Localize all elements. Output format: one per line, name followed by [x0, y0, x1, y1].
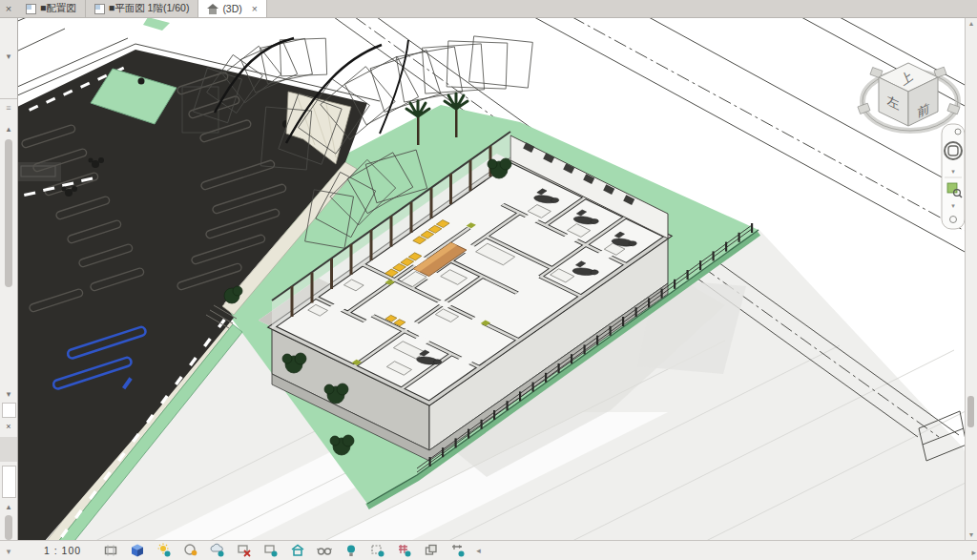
navigation-bar[interactable]: ▾ ▾ [942, 124, 965, 229]
displacement-sets-icon[interactable] [396, 543, 412, 559]
scroll-right-arrow[interactable]: ▸ [971, 548, 976, 557]
panel-grid-icon: ≡ [0, 103, 17, 113]
crop-region-icon[interactable] [102, 543, 118, 559]
crop-region-visible-icon[interactable] [262, 543, 279, 559]
scroll-down-arrow[interactable]: ▾ [0, 389, 17, 399]
visual-style-icon[interactable] [129, 543, 145, 559]
crop-view-icon[interactable] [236, 543, 252, 559]
left-panel-bottom: ▾ [0, 540, 17, 560]
view-scale[interactable]: 1 : 100 [44, 545, 81, 556]
shadows-toggle-icon[interactable] [182, 543, 198, 559]
temporary-hide-isolate-icon[interactable] [316, 543, 332, 559]
browser-scrollbar[interactable] [5, 515, 12, 540]
plan-view-icon [26, 4, 36, 14]
properties-dropdown-arrow[interactable]: ▾ [0, 52, 17, 61]
navbar-wheel-dropdown[interactable]: ▾ [951, 168, 955, 175]
browser-close-button[interactable]: × [0, 422, 17, 431]
rendering-dialog-icon[interactable] [209, 543, 225, 559]
view-tab-bar: × ■配置図 ■平面図 1階(1/60) (3D) × [0, 0, 977, 18]
viewcube[interactable]: 上 左 前 [858, 63, 960, 131]
tab-site-plan[interactable]: ■配置図 [17, 0, 86, 17]
scrollbar-thumb[interactable] [967, 396, 974, 427]
vertical-scrollbar[interactable]: ▴ ▾ [965, 17, 977, 541]
tab-floor-plan[interactable]: ■平面図 1階(1/60) [86, 0, 199, 17]
highlight-displacement-icon[interactable] [423, 543, 439, 559]
revit-window: 上 左 前 ▾ ▾ × ■配置図 ■平面図 1階(1/60) (3D) × [0, 0, 977, 560]
collapse-toolbar-arrow[interactable]: ◂ [476, 546, 481, 555]
unlocked-3d-view-icon[interactable] [289, 543, 305, 559]
reveal-hidden-elements-icon[interactable] [343, 543, 359, 559]
drawing-canvas-3d-view[interactable]: 上 左 前 ▾ ▾ [0, 0, 977, 560]
temporary-view-properties-icon[interactable] [369, 543, 385, 559]
scroll-up-arrow[interactable]: ▴ [0, 502, 17, 511]
tab-close-button[interactable]: × [252, 3, 258, 14]
properties-scrollbar[interactable] [5, 139, 12, 287]
view-control-bar: 1 : 100 [17, 540, 977, 560]
navbar-zoom-dropdown[interactable]: ▾ [951, 202, 955, 209]
collapsed-left-panel-edge: ▾ ≡ ▴ ▾ × ▴ [0, 17, 18, 541]
panel-close-button[interactable]: × [0, 0, 17, 17]
scroll-down-arrow[interactable]: ▾ [966, 530, 977, 539]
scroll-up-arrow[interactable]: ▴ [966, 19, 977, 28]
reveal-constraints-icon[interactable] [449, 543, 466, 559]
plan-view-icon [94, 4, 105, 14]
home-3d-icon [207, 4, 218, 14]
sun-settings-icon[interactable] [156, 543, 172, 559]
tab-3d-view[interactable]: (3D) × [198, 0, 267, 17]
scroll-down-arrow[interactable]: ▾ [7, 547, 11, 556]
scroll-up-arrow[interactable]: ▴ [0, 124, 17, 134]
